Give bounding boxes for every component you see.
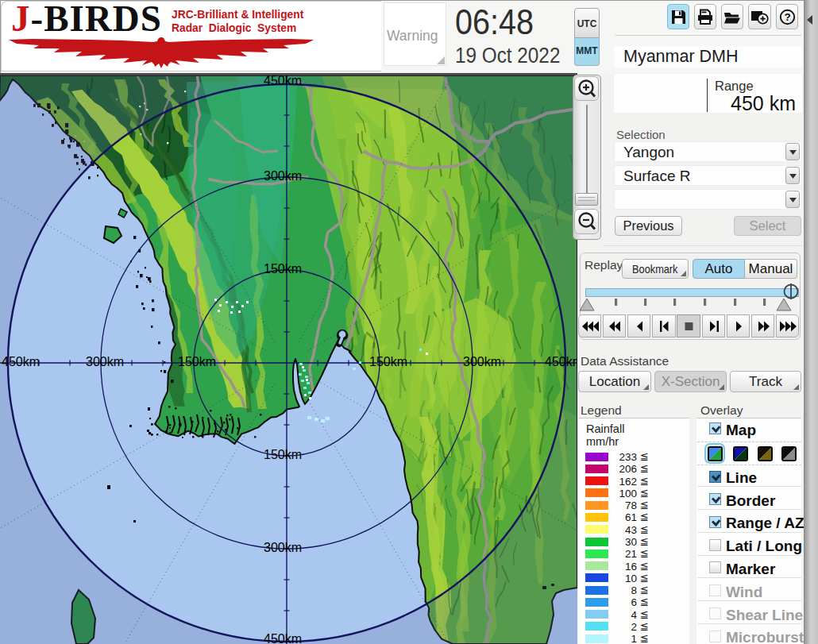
svg-text:150km: 150km <box>369 355 407 368</box>
svg-text:300km: 300km <box>264 541 302 554</box>
svg-text:150km: 150km <box>264 448 302 461</box>
svg-text:150km: 150km <box>178 355 216 368</box>
svg-text:300km: 300km <box>86 355 124 368</box>
svg-text:150km: 150km <box>264 262 302 276</box>
svg-text:300km: 300km <box>264 169 302 183</box>
svg-text:450km: 450km <box>545 355 577 368</box>
svg-text:?: ? <box>784 11 790 23</box>
svg-text:450km: 450km <box>2 355 40 368</box>
svg-text:300km: 300km <box>463 355 501 368</box>
svg-text:450km: 450km <box>264 75 302 87</box>
svg-text:450km: 450km <box>264 632 302 644</box>
